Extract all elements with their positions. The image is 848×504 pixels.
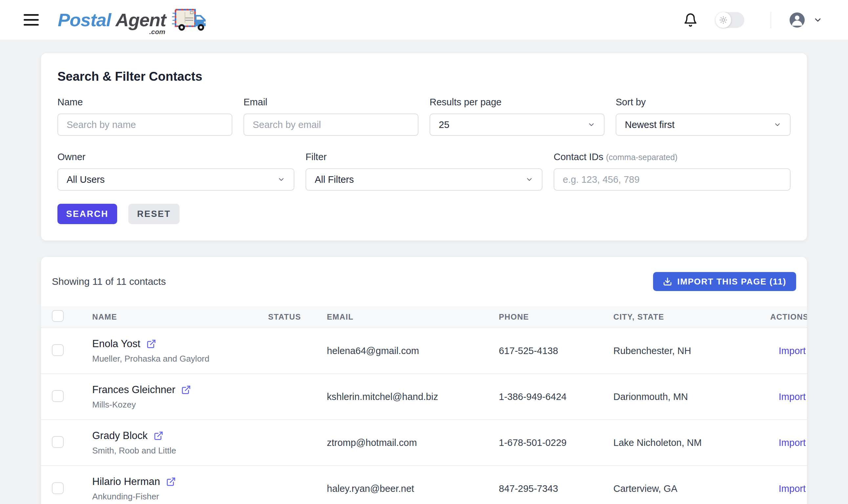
bell-icon bbox=[683, 12, 698, 28]
chevron-down-icon bbox=[813, 15, 823, 24]
email-label: Email bbox=[243, 97, 418, 108]
sort-by-select[interactable]: Newest first bbox=[616, 113, 791, 136]
contact-email: kshlerin.mitchel@hand.biz bbox=[327, 374, 499, 420]
logo-word-postal: Postal bbox=[58, 11, 111, 29]
chevron-down-icon bbox=[277, 176, 285, 183]
external-link-icon[interactable] bbox=[154, 431, 163, 441]
status-cell bbox=[268, 466, 327, 504]
chevron-down-icon bbox=[525, 176, 533, 183]
contacts-card: Showing 11 of 11 contacts IMPORT THIS PA… bbox=[41, 257, 807, 504]
row-checkbox[interactable] bbox=[52, 390, 64, 402]
contact-company: Mills-Kozey bbox=[92, 400, 268, 410]
contact-ids-input[interactable] bbox=[554, 168, 791, 191]
theme-toggle[interactable] bbox=[716, 12, 744, 28]
results-summary: Showing 11 of 11 contacts bbox=[52, 276, 166, 287]
import-link[interactable]: Import bbox=[779, 437, 806, 448]
mail-truck-icon bbox=[172, 7, 208, 33]
search-filter-card: Search & Filter Contacts Name Email Resu… bbox=[41, 53, 807, 240]
external-link-icon[interactable] bbox=[181, 385, 191, 395]
contact-email: haley.ryan@beer.net bbox=[327, 466, 499, 504]
menu-icon[interactable] bbox=[24, 14, 39, 25]
chevron-down-icon bbox=[588, 121, 595, 129]
import-link[interactable]: Import bbox=[779, 345, 806, 356]
contact-company: Smith, Roob and Little bbox=[92, 446, 268, 456]
owner-select[interactable]: All Users bbox=[57, 168, 294, 191]
avatar[interactable] bbox=[790, 13, 805, 28]
download-icon bbox=[663, 277, 672, 286]
reset-button[interactable]: RESET bbox=[128, 204, 180, 224]
results-per-page-select[interactable]: 25 bbox=[430, 113, 605, 136]
table-header-row: NAME STATUS EMAIL PHONE CITY, STATE ACTI… bbox=[41, 306, 807, 328]
contact-phone: 617-525-4138 bbox=[499, 328, 613, 374]
toggle-knob bbox=[716, 12, 731, 28]
contact-city-state: Lake Nicholeton, NM bbox=[613, 420, 770, 466]
contact-phone: 1-678-501-0229 bbox=[499, 420, 613, 466]
status-cell bbox=[268, 420, 327, 466]
contact-email: helena64@gmail.com bbox=[327, 328, 499, 374]
contact-city-state: Carterview, GA bbox=[613, 466, 770, 504]
table-row: Grady Block Smith, Roob and Little ztrom… bbox=[41, 420, 807, 466]
status-cell bbox=[268, 328, 327, 374]
contact-name: Hilario Herman bbox=[92, 476, 160, 488]
import-page-label: IMPORT THIS PAGE (11) bbox=[678, 276, 786, 287]
logo-suffix: .com bbox=[149, 28, 165, 36]
contact-name: Frances Gleichner bbox=[92, 384, 175, 396]
row-checkbox[interactable] bbox=[52, 436, 64, 448]
contact-name: Enola Yost bbox=[92, 338, 141, 350]
account-menu-button[interactable] bbox=[813, 15, 823, 24]
table-row: Hilario Herman Ankunding-Fisher haley.ry… bbox=[41, 466, 807, 504]
page-title: Search & Filter Contacts bbox=[57, 70, 791, 84]
notifications-button[interactable] bbox=[683, 12, 698, 28]
sun-icon bbox=[719, 16, 727, 24]
contact-phone: 847-295-7343 bbox=[499, 466, 613, 504]
chevron-down-icon bbox=[774, 121, 781, 129]
contact-company: Mueller, Prohaska and Gaylord bbox=[92, 354, 268, 364]
logo-word-agent: Agent bbox=[115, 10, 166, 30]
email-input[interactable] bbox=[243, 113, 418, 136]
contact-company: Ankunding-Fisher bbox=[92, 491, 268, 502]
contact-ids-label: Contact IDs(comma-separated) bbox=[554, 151, 791, 162]
filter-select[interactable]: All Filters bbox=[306, 168, 542, 191]
contact-ids-hint: (comma-separated) bbox=[606, 152, 678, 162]
owner-value: All Users bbox=[67, 174, 105, 185]
status-cell bbox=[268, 374, 327, 420]
contact-name: Grady Block bbox=[92, 430, 148, 442]
import-link[interactable]: Import bbox=[779, 483, 806, 494]
name-input[interactable] bbox=[57, 113, 232, 136]
top-bar: Postal Agent .com bbox=[0, 0, 848, 40]
search-button[interactable]: SEARCH bbox=[57, 204, 117, 224]
column-header-city-state: CITY, STATE bbox=[613, 306, 770, 328]
contact-email: ztromp@hotmail.com bbox=[327, 420, 499, 466]
column-header-email: EMAIL bbox=[327, 306, 499, 328]
import-page-button[interactable]: IMPORT THIS PAGE (11) bbox=[653, 272, 796, 291]
results-per-page-label: Results per page bbox=[430, 97, 605, 108]
import-link[interactable]: Import bbox=[779, 392, 806, 402]
sort-by-label: Sort by bbox=[616, 97, 791, 108]
table-row: Frances Gleichner Mills-Kozey kshlerin.m… bbox=[41, 374, 807, 420]
owner-label: Owner bbox=[57, 151, 294, 162]
table-row: Enola Yost Mueller, Prohaska and Gaylord… bbox=[41, 328, 807, 374]
filter-value: All Filters bbox=[315, 174, 354, 185]
external-link-icon[interactable] bbox=[146, 339, 156, 349]
contact-city-state: Rubenchester, NH bbox=[613, 328, 770, 374]
sort-by-value: Newest first bbox=[625, 120, 674, 130]
column-header-actions: ACTIONS bbox=[770, 306, 807, 328]
select-all-checkbox[interactable] bbox=[52, 310, 64, 322]
contact-city-state: Darionmouth, MN bbox=[613, 374, 770, 420]
external-link-icon[interactable] bbox=[166, 477, 176, 487]
filter-label: Filter bbox=[306, 151, 542, 162]
row-checkbox[interactable] bbox=[52, 344, 64, 356]
column-header-status: STATUS bbox=[268, 306, 327, 328]
results-per-page-value: 25 bbox=[439, 120, 449, 130]
row-checkbox[interactable] bbox=[52, 482, 64, 494]
column-header-name: NAME bbox=[92, 306, 268, 328]
name-label: Name bbox=[57, 97, 232, 108]
header-divider bbox=[771, 12, 771, 28]
contact-phone: 1-386-949-6424 bbox=[499, 374, 613, 420]
app-logo[interactable]: Postal Agent .com bbox=[58, 7, 208, 33]
column-header-phone: PHONE bbox=[499, 306, 613, 328]
contacts-table: NAME STATUS EMAIL PHONE CITY, STATE ACTI… bbox=[41, 306, 807, 504]
avatar-icon bbox=[790, 13, 805, 28]
